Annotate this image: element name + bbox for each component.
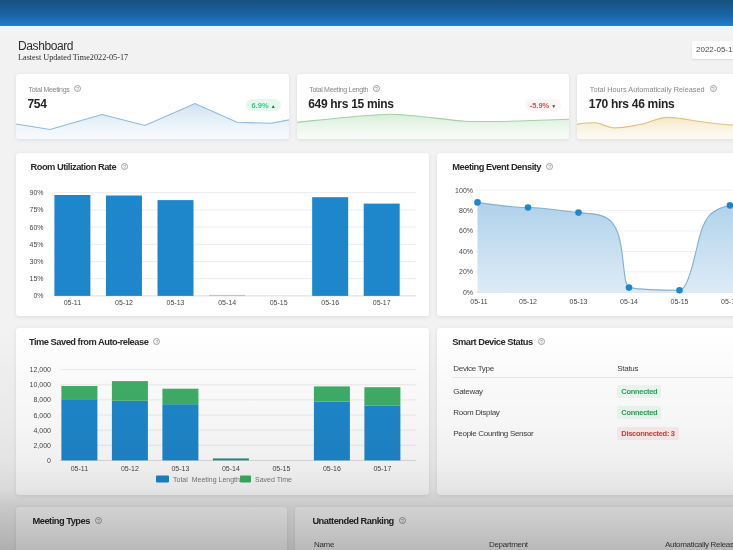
svg-text:05-12: 05-12 — [115, 299, 133, 306]
svg-text:05-16: 05-16 — [323, 465, 341, 472]
svg-text:8,000: 8,000 — [33, 396, 51, 403]
svg-text:05-13: 05-13 — [167, 299, 185, 306]
svg-text:05-14: 05-14 — [218, 299, 236, 306]
svg-text:0%: 0% — [463, 288, 473, 295]
svg-text:60%: 60% — [29, 223, 43, 230]
svg-text:0: 0 — [47, 457, 51, 464]
svg-text:2,000: 2,000 — [33, 442, 51, 449]
svg-text:05-16: 05-16 — [721, 297, 733, 304]
svg-text:05-17: 05-17 — [373, 465, 391, 472]
svg-text:90%: 90% — [29, 189, 43, 196]
svg-text:05-12: 05-12 — [519, 297, 537, 304]
svg-text:05-16: 05-16 — [321, 299, 339, 306]
svg-text:05-15: 05-15 — [272, 465, 290, 472]
svg-text:05-13: 05-13 — [171, 465, 189, 472]
svg-text:4,000: 4,000 — [33, 427, 51, 434]
svg-text:60%: 60% — [459, 227, 473, 234]
svg-text:6,000: 6,000 — [33, 412, 51, 419]
svg-text:80%: 80% — [459, 206, 473, 213]
svg-text:100%: 100% — [455, 186, 473, 193]
svg-text:05-15: 05-15 — [270, 299, 288, 306]
svg-text:10,000: 10,000 — [30, 381, 52, 388]
svg-text:05-15: 05-15 — [671, 297, 689, 304]
svg-text:20%: 20% — [459, 268, 473, 275]
svg-text:05-17: 05-17 — [373, 299, 391, 306]
svg-text:05-13: 05-13 — [570, 297, 588, 304]
svg-text:05-11: 05-11 — [64, 299, 81, 306]
svg-text:45%: 45% — [29, 240, 43, 247]
svg-text:Total Meeting Length: Total Meeting Length — [173, 476, 240, 484]
svg-text:30%: 30% — [29, 258, 43, 265]
svg-text:0%: 0% — [33, 292, 43, 299]
svg-text:Saved Time: Saved Time — [255, 476, 292, 483]
svg-text:05-11: 05-11 — [471, 297, 488, 304]
svg-text:75%: 75% — [29, 206, 43, 213]
svg-text:15%: 15% — [29, 275, 43, 282]
svg-text:05-12: 05-12 — [121, 465, 139, 472]
svg-text:05-11: 05-11 — [71, 465, 88, 472]
svg-text:05-14: 05-14 — [222, 465, 240, 472]
svg-text:12,000: 12,000 — [30, 366, 52, 373]
svg-text:40%: 40% — [459, 247, 473, 254]
svg-text:05-14: 05-14 — [620, 297, 638, 304]
